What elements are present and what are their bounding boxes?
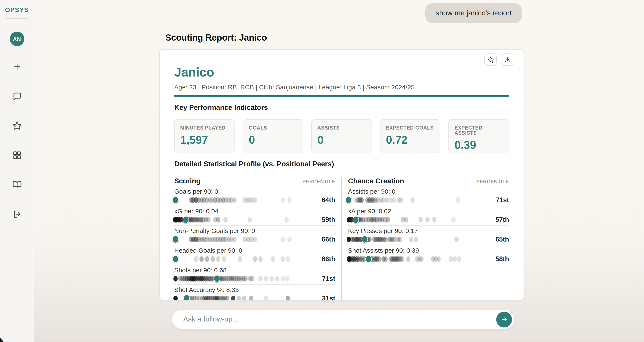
favorites-button[interactable]	[12, 121, 22, 131]
peer-dot	[414, 236, 418, 242]
library-button[interactable]	[12, 180, 22, 190]
peer-dot	[392, 197, 396, 203]
peer-dot	[404, 217, 408, 222]
percentile-value: 31st	[316, 294, 335, 300]
percentile-header: PERCENTILE	[476, 179, 509, 184]
peer-dot	[236, 295, 241, 300]
stat-row: Non-Penalty Goals per 90: 066th	[174, 225, 335, 245]
chats-button[interactable]	[12, 91, 22, 101]
stat-label: Shots per 90: 0.68	[174, 266, 335, 274]
player-meta: Age: 23 | Position: RB, RCB | Club: Sanj…	[174, 83, 509, 91]
stat-line: 57th	[348, 216, 509, 223]
peer-dot	[271, 256, 275, 262]
kpi-value: 0.72	[386, 133, 434, 146]
peer-dot	[264, 295, 268, 300]
kpi-section-title: Key Performance Indicators	[174, 103, 509, 111]
stat-label: xA per 90: 0.02	[348, 207, 509, 215]
peer-dot	[409, 236, 413, 242]
peer-dot	[452, 217, 456, 222]
percentile-value: 57th	[490, 216, 509, 223]
peer-dot	[286, 295, 290, 300]
kpi-label: GOALS	[249, 125, 297, 130]
player-name: Janico	[174, 65, 509, 80]
percentile-value: 86th	[316, 255, 335, 263]
peer-dot	[280, 236, 285, 242]
kpi-row: MINUTES PLAYED1,597GOALS0ASSISTS0EXPECTE…	[174, 119, 509, 153]
kpi-card: MINUTES PLAYED1,597	[174, 119, 235, 153]
profile-section-title: Detailed Statistical Profile (vs. Positi…	[174, 160, 509, 168]
kpi-label: MINUTES PLAYED	[180, 125, 229, 130]
download-report-button[interactable]	[501, 54, 513, 66]
dashboard-button[interactable]	[12, 150, 22, 160]
stat-label: Shot Assists per 90: 0.39	[348, 246, 509, 254]
followup-input[interactable]	[183, 315, 496, 324]
peer-dot	[367, 236, 372, 242]
beeswarm	[348, 216, 485, 223]
download-icon	[504, 56, 510, 63]
stat-row: xA per 90: 0.0257th	[348, 206, 509, 225]
kpi-value: 1,597	[180, 133, 229, 146]
peer-dot	[360, 197, 364, 203]
player-dot	[346, 196, 352, 203]
logout-button[interactable]	[12, 209, 22, 219]
stat-row: Shot Accuracy %: 8.3331st	[174, 284, 335, 300]
peer-dot	[244, 276, 248, 281]
kpi-value: 0	[317, 133, 366, 146]
peer-dot	[284, 217, 289, 222]
favorite-report-button[interactable]	[484, 54, 497, 66]
kpi-card: EXPECTED GOALS0.72	[380, 119, 440, 153]
book-open-icon	[12, 180, 22, 189]
avatar[interactable]: AN	[10, 32, 24, 46]
profile-column: ScoringPERCENTILEGoals per 90: 064thxG p…	[174, 177, 341, 300]
player-dot	[172, 255, 178, 262]
peer-dot	[232, 236, 236, 242]
peer-dot	[406, 256, 410, 262]
peer-dot	[418, 217, 423, 222]
profile-column-title: Scoring	[174, 177, 200, 185]
stat-row: Key Passes per 90: 0.1765th	[348, 225, 509, 245]
peer-dot	[253, 236, 257, 242]
app-stage: OPSYS AN show me janico's rep	[0, 0, 644, 342]
stat-row: Goals per 90: 064th	[174, 186, 335, 206]
peer-dot	[216, 256, 220, 262]
peer-dot	[206, 217, 211, 222]
kpi-label: EXPECTED ASSISTS	[454, 125, 503, 135]
kpi-label: ASSISTS	[317, 125, 366, 130]
peer-dot	[224, 217, 228, 222]
player-dot	[183, 216, 189, 223]
peer-dot	[253, 197, 257, 203]
player-dot	[172, 196, 178, 203]
send-button[interactable]	[496, 311, 512, 327]
stat-line: 65th	[348, 235, 509, 243]
peer-dot	[377, 256, 381, 262]
chat-bubble-icon	[12, 92, 22, 101]
percentile-value: 58th	[490, 255, 509, 263]
percentile-value: 65th	[490, 235, 509, 243]
stat-label: xG per 90: 0.04	[174, 207, 335, 215]
beeswarm	[348, 196, 485, 203]
stat-row: xG per 90: 0.0459th	[174, 206, 335, 225]
card-actions	[484, 54, 513, 66]
new-chat-button[interactable]	[12, 62, 22, 72]
beeswarm	[174, 236, 311, 243]
peer-dot	[384, 256, 388, 262]
mouse-cursor	[0, 338, 4, 342]
kpi-card: GOALS0	[243, 119, 303, 153]
kpi-label: EXPECTED GOALS	[386, 125, 434, 130]
kpi-value: 0	[249, 133, 297, 146]
page-title: Scouting Report: Janico	[165, 33, 267, 43]
stat-row: Assists per 90: 071st	[348, 186, 509, 206]
peer-dot	[210, 256, 215, 262]
peer-dot	[222, 256, 226, 262]
peer-dot	[386, 217, 390, 222]
accent-rule	[174, 95, 509, 96]
profile-grid: ScoringPERCENTILEGoals per 90: 064thxG p…	[174, 177, 509, 300]
star-icon	[12, 121, 22, 130]
peer-dot	[453, 256, 457, 262]
plus-icon	[12, 62, 22, 71]
peer-dot	[216, 217, 220, 222]
player-dot	[172, 236, 178, 243]
percentile-header: PERCENTILE	[302, 179, 335, 184]
stat-line: 31st	[174, 294, 335, 300]
percentile-value: 71st	[316, 275, 335, 282]
